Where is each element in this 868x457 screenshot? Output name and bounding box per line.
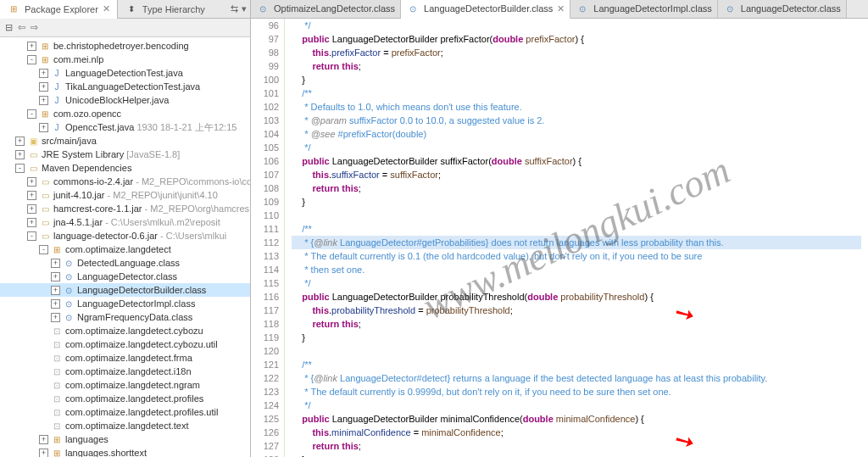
code-line[interactable]: * @param suffixFactor 0.0 to 10.0, a sug… — [292, 114, 861, 127]
collapse-icon[interactable]: - — [39, 245, 48, 254]
code-line[interactable]: this.probabilityThreshold = probabilityT… — [292, 304, 861, 317]
tree-item[interactable]: +⊞languages — [0, 432, 250, 446]
tree-item[interactable]: -⊞com.mei.nlp — [0, 53, 250, 66]
expand-icon[interactable]: + — [39, 69, 48, 78]
expand-icon[interactable]: + — [39, 449, 48, 458]
package-tree[interactable]: +⊞be.christophedetroyer.bencoding-⊞com.m… — [0, 37, 250, 457]
tree-item[interactable]: +▣src/main/java — [0, 134, 250, 148]
tree-item[interactable]: ⊡com.optimaize.langdetect.i18n — [0, 365, 250, 378]
tree-item[interactable]: -⊞com.optimaize.langdetect — [0, 242, 250, 256]
tree-item[interactable]: +▭jna-4.5.1.jar - C:\Users\mlkui\.m2\rep… — [0, 215, 250, 229]
tree-item[interactable]: -▭Maven Dependencies — [0, 161, 250, 175]
tree-item[interactable]: ⊡com.optimaize.langdetect.cybozu.util — [0, 337, 250, 351]
code-line[interactable]: /** — [292, 222, 861, 236]
link-icon[interactable]: ⇆ — [231, 3, 238, 14]
code-line[interactable]: this.prefixFactor = prefixFactor; — [292, 46, 861, 59]
code-line[interactable]: * The default currently is 0.1 (the old … — [292, 249, 861, 263]
tree-item[interactable]: +⊞languages.shorttext — [0, 446, 250, 457]
expand-icon[interactable]: + — [27, 42, 36, 51]
tree-item[interactable]: +JUnicodeBlockHelper.java — [0, 93, 250, 107]
tree-item[interactable]: +JOpenccTest.java 1930 18-1-21 上午12:15 — [0, 120, 250, 134]
code-line[interactable]: public LanguageDetectorBuilder prefixFac… — [292, 32, 861, 46]
expand-icon[interactable]: + — [39, 96, 48, 105]
code-line[interactable]: /** — [292, 86, 861, 100]
expand-icon[interactable]: + — [51, 286, 60, 295]
collapse-icon[interactable]: ⊟ — [5, 22, 13, 33]
expand-icon[interactable]: + — [51, 313, 60, 322]
code-line[interactable]: * @see #prefixFactor(double) — [292, 127, 861, 141]
code-line[interactable]: * The default currently is 0.9999d, but … — [292, 385, 861, 398]
code-area[interactable]: www.meilongkui.com ➘ ➘ */ public Languag… — [285, 19, 868, 457]
code-line[interactable]: this.minimalConfidence = minimalConfiden… — [292, 426, 861, 439]
tab-type-hierarchy[interactable]: ⬍ Type Hierarchy — [118, 0, 212, 19]
expand-icon[interactable]: + — [51, 299, 60, 309]
code-line[interactable]: /** — [292, 358, 861, 371]
tree-item[interactable]: +⊙NgramFrequencyData.class — [0, 310, 250, 324]
expand-icon[interactable]: + — [39, 82, 48, 92]
tree-item[interactable]: +⊞be.christophedetroyer.bencoding — [0, 39, 250, 53]
code-line[interactable]: public LanguageDetectorBuilder probabili… — [292, 290, 861, 304]
tree-item[interactable]: +▭JRE System Library [JavaSE-1.8] — [0, 148, 250, 161]
collapse-icon[interactable]: - — [15, 164, 25, 173]
collapse-icon[interactable]: - — [27, 55, 36, 64]
tree-item[interactable]: +⊙DetectedLanguage.class — [0, 256, 250, 270]
tab-package-explorer[interactable]: ⊞ Package Explorer ✕ — [0, 0, 118, 19]
collapse-icon[interactable]: - — [27, 231, 36, 241]
code-line[interactable]: } — [292, 73, 861, 86]
code-line[interactable]: this.suffixFactor = suffixFactor; — [292, 168, 861, 181]
expand-icon[interactable]: + — [51, 259, 60, 268]
code-line[interactable]: } — [292, 195, 861, 209]
code-line[interactable]: public LanguageDetectorBuilder minimalCo… — [292, 412, 861, 426]
code-line[interactable]: return this; — [292, 439, 861, 453]
expand-icon[interactable]: + — [15, 137, 25, 146]
expand-icon[interactable]: + — [39, 435, 48, 444]
code-line[interactable]: * {@link LanguageDetector#getProbabiliti… — [292, 236, 861, 249]
tree-item[interactable]: ⊡com.optimaize.langdetect.ngram — [0, 378, 250, 392]
expand-icon[interactable]: + — [51, 272, 60, 281]
code-line[interactable]: * {@link LanguageDetector#detect} return… — [292, 371, 861, 385]
code-line[interactable]: * then set one. — [292, 263, 861, 276]
expand-icon[interactable]: + — [27, 191, 36, 200]
tree-item[interactable]: ⊡com.optimaize.langdetect.profiles — [0, 392, 250, 405]
tree-item[interactable]: ⊡com.optimaize.langdetect.cybozu — [0, 324, 250, 337]
expand-icon[interactable]: + — [27, 218, 36, 227]
close-icon[interactable]: ✕ — [103, 3, 110, 14]
tree-item[interactable]: ⊡com.optimaize.langdetect.text — [0, 419, 250, 432]
menu-icon[interactable]: ▾ — [242, 3, 247, 14]
tree-item[interactable]: +▭commons-io-2.4.jar - M2_REPO\commons-i… — [0, 175, 250, 188]
code-line[interactable]: return this; — [292, 59, 861, 73]
editor-tab[interactable]: ⊙LanguageDetectorBuilder.class✕ — [401, 0, 570, 19]
expand-icon[interactable]: + — [27, 177, 36, 187]
tree-item[interactable]: +⊙LanguageDetectorBuilder.class — [0, 283, 250, 297]
fwd-icon[interactable]: ⇨ — [31, 22, 38, 33]
code-line[interactable] — [292, 209, 861, 222]
code-editor[interactable]: 9697989910010110210310410510610710810911… — [251, 19, 868, 457]
editor-tab[interactable]: ⊙OptimaizeLangDetector.class — [251, 0, 401, 18]
back-icon[interactable]: ⇦ — [18, 22, 25, 33]
tree-item[interactable]: -⊞com.ozo.opencc — [0, 107, 250, 120]
tree-item[interactable]: +JTikaLanguageDetectionTest.java — [0, 80, 250, 93]
code-line[interactable]: */ — [292, 19, 861, 32]
code-line[interactable]: public LanguageDetectorBuilder suffixFac… — [292, 154, 861, 168]
tree-item[interactable]: ⊡com.optimaize.langdetect.frma — [0, 351, 250, 365]
tree-item[interactable]: +⊙LanguageDetector.class — [0, 270, 250, 283]
code-line[interactable]: } — [292, 331, 861, 344]
code-line[interactable]: */ — [292, 398, 861, 412]
code-line[interactable] — [292, 344, 861, 358]
tree-item[interactable]: +JLanguageDetectionTest.java — [0, 66, 250, 80]
code-line[interactable]: return this; — [292, 317, 861, 331]
code-line[interactable]: */ — [292, 141, 861, 154]
expand-icon[interactable]: + — [15, 150, 25, 159]
code-line[interactable]: } — [292, 453, 861, 457]
close-icon[interactable]: ✕ — [557, 3, 565, 14]
editor-tab[interactable]: ⊙LanguageDetector.class — [718, 0, 847, 18]
tree-item[interactable]: -▭language-detector-0.6.jar - C:\Users\m… — [0, 229, 250, 242]
expand-icon[interactable]: + — [27, 204, 36, 214]
collapse-icon[interactable]: - — [27, 109, 36, 119]
editor-tab[interactable]: ⊙LanguageDetectorImpl.class — [570, 0, 717, 18]
code-line[interactable]: return this; — [292, 181, 861, 195]
code-line[interactable]: * Defaults to 1.0, which means don't use… — [292, 100, 861, 114]
tree-item[interactable]: +▭hamcrest-core-1.1.jar - M2_REPO\org\ha… — [0, 202, 250, 215]
expand-icon[interactable]: + — [39, 123, 48, 132]
tree-item[interactable]: +⊙LanguageDetectorImpl.class — [0, 297, 250, 310]
